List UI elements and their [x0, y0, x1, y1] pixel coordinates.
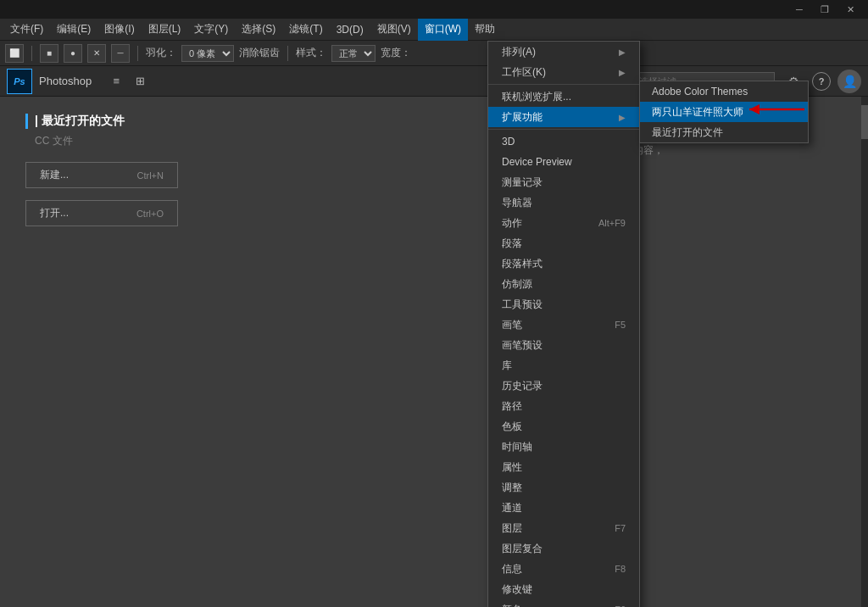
- feather-select[interactable]: 0 像素: [181, 45, 234, 62]
- smooth-label: 消除锯齿: [239, 46, 280, 60]
- menu-history[interactable]: 历史记录: [488, 376, 639, 396]
- toolbar: ⬜ ■ ● ✕ ─ 羽化： 0 像素 消除锯齿 样式： 正常 宽度：: [0, 41, 868, 66]
- menu-clone-source[interactable]: 仿制源: [488, 274, 639, 294]
- menu-layers[interactable]: 图层 F7: [488, 518, 639, 538]
- menu-actions[interactable]: 动作 Alt+F9: [488, 213, 639, 233]
- menu-swatches[interactable]: 色板: [488, 416, 639, 437]
- restore-button[interactable]: ❐: [812, 0, 837, 19]
- menu-3d[interactable]: 3D: [488, 131, 639, 152]
- left-panel: | 最近打开的文件 CC 文件 新建... Ctrl+N 打开... Ctrl+…: [0, 97, 500, 607]
- ps-logo: Ps: [7, 69, 32, 94]
- style-select[interactable]: 正常: [331, 45, 376, 62]
- style-label: 样式：: [296, 46, 326, 60]
- cross-tool[interactable]: ✕: [87, 44, 106, 63]
- menu-view[interactable]: 视图(V): [370, 19, 418, 41]
- arrow-icon: ▶: [619, 113, 626, 122]
- close-button[interactable]: ✕: [837, 0, 863, 19]
- new-button[interactable]: 新建... Ctrl+N: [25, 162, 178, 188]
- scrollbar[interactable]: [861, 97, 868, 607]
- ps-title: Photoshop: [39, 75, 92, 87]
- menu-adjustments[interactable]: 调整: [488, 477, 639, 498]
- menu-tool-preset[interactable]: 工具预设: [488, 294, 639, 315]
- help-icon[interactable]: ?: [812, 72, 831, 91]
- title-bar: ─ ❐ ✕: [0, 0, 868, 19]
- menu-3d[interactable]: 3D(D): [330, 19, 370, 41]
- menu-navigator[interactable]: 导航器: [488, 192, 639, 213]
- menu-edit[interactable]: 编辑(E): [50, 19, 97, 41]
- submenu-adobe-color[interactable]: Adobe Color Themes: [640, 81, 808, 102]
- menu-info[interactable]: 信息 F8: [488, 559, 639, 579]
- recent-files-title: | 最近打开的文件: [25, 114, 474, 129]
- menu-brush-preset[interactable]: 画笔预设: [488, 335, 639, 355]
- submenu-two-goats[interactable]: 两只山羊证件照大师: [640, 102, 808, 122]
- menu-modifier[interactable]: 修改键: [488, 579, 639, 599]
- menu-timeline[interactable]: 时间轴: [488, 437, 639, 457]
- menu-separator-2: [488, 129, 639, 130]
- menu-window[interactable]: 窗口(W): [418, 19, 468, 41]
- menu-layer[interactable]: 图层(L): [142, 19, 188, 41]
- menu-file[interactable]: 文件(F): [3, 19, 50, 41]
- arrow-icon: ▶: [619, 68, 626, 77]
- width-label: 宽度：: [381, 46, 411, 60]
- separator-2: [137, 46, 138, 61]
- menu-paragraph-style[interactable]: 段落样式: [488, 253, 639, 274]
- menu-text[interactable]: 文字(Y): [187, 19, 235, 41]
- extension-submenu: Adobe Color Themes 两只山羊证件照大师 最近打开的文件: [639, 81, 809, 143]
- grid-view-icon[interactable]: ⊞: [131, 72, 149, 91]
- menu-layer-comps[interactable]: 图层复合: [488, 538, 639, 559]
- menu-library[interactable]: 库: [488, 355, 639, 376]
- menu-color[interactable]: 颜色 F6: [488, 599, 639, 607]
- cc-files-label: CC 文件: [25, 134, 474, 148]
- menu-device-preview[interactable]: Device Preview: [488, 152, 639, 172]
- single-tool[interactable]: ─: [111, 44, 130, 63]
- menu-channels[interactable]: 通道: [488, 498, 639, 518]
- menu-select[interactable]: 选择(S): [235, 19, 282, 41]
- recent-files-section: | 最近打开的文件 CC 文件 新建... Ctrl+N 打开... Ctrl+…: [25, 114, 474, 233]
- window-menu-popup: 排列(A) ▶ 工作区(K) ▶ 联机浏览扩展... 扩展功能 ▶ 3D Dev…: [487, 41, 640, 607]
- menu-workspace[interactable]: 工作区(K) ▶: [488, 62, 639, 82]
- menu-browse-extension[interactable]: 联机浏览扩展...: [488, 86, 639, 107]
- feather-label: 羽化：: [146, 46, 176, 60]
- separator-1: [31, 46, 32, 61]
- main-area: | 最近打开的文件 CC 文件 新建... Ctrl+N 打开... Ctrl+…: [0, 97, 868, 607]
- menu-paragraph[interactable]: 段落: [488, 233, 639, 253]
- circle-tool[interactable]: ●: [64, 44, 82, 63]
- menu-help[interactable]: 帮助: [468, 19, 502, 41]
- menu-path[interactable]: 路径: [488, 396, 639, 416]
- list-view-icon[interactable]: ≡: [107, 72, 125, 91]
- menu-bar: 文件(F) 编辑(E) 图像(I) 图层(L) 文字(Y) 选择(S) 滤镜(T…: [0, 19, 868, 41]
- separator-3: [287, 46, 288, 61]
- menu-separator: [488, 84, 639, 85]
- menu-measurement[interactable]: 测量记录: [488, 172, 639, 192]
- menu-extensions[interactable]: 扩展功能 ▶: [488, 107, 639, 127]
- menu-image[interactable]: 图像(I): [97, 19, 141, 41]
- marquee-tool[interactable]: ⬜: [5, 44, 24, 63]
- submenu-recent-files[interactable]: 最近打开的文件: [640, 122, 808, 142]
- open-button-label: 打开...: [40, 206, 69, 220]
- user-icon[interactable]: 👤: [837, 70, 861, 93]
- new-button-label: 新建...: [40, 168, 69, 182]
- scrollbar-thumb[interactable]: [861, 105, 868, 139]
- title-bar-controls: ─ ❐ ✕: [787, 0, 863, 19]
- menu-filter[interactable]: 滤镜(T): [282, 19, 329, 41]
- new-shortcut: Ctrl+N: [137, 170, 164, 181]
- minimize-button[interactable]: ─: [787, 0, 812, 19]
- open-shortcut: Ctrl+O: [136, 209, 164, 219]
- arrow-icon: ▶: [619, 47, 626, 57]
- view-toggle: ≡ ⊞: [107, 72, 149, 91]
- open-button[interactable]: 打开... Ctrl+O: [25, 200, 178, 226]
- square-tool[interactable]: ■: [40, 44, 58, 63]
- menu-brush[interactable]: 画笔 F5: [488, 315, 639, 335]
- menu-properties[interactable]: 属性: [488, 457, 639, 477]
- menu-arrange[interactable]: 排列(A) ▶: [488, 42, 639, 62]
